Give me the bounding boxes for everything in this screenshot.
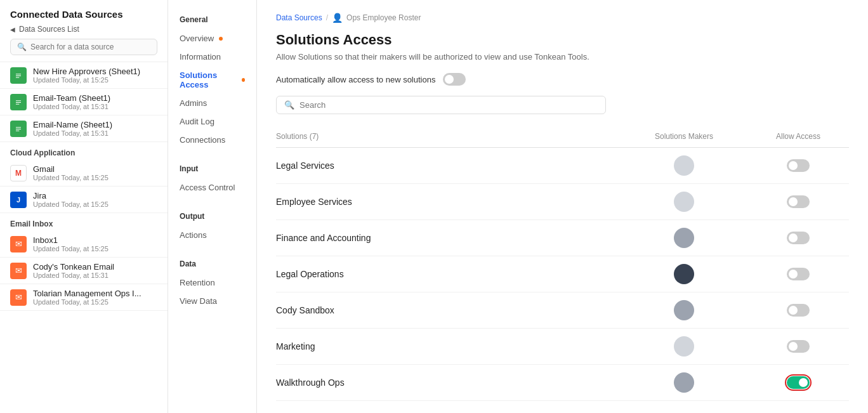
allow-access-toggle[interactable] (787, 376, 810, 389)
item-meta: Updated Today, at 15:31 (33, 272, 114, 279)
item-text: Cody's Tonkean EmailUpdated Today, at 15… (33, 262, 114, 279)
avatar (674, 372, 694, 393)
jira-icon: J (10, 192, 27, 208)
item-meta: Updated Today, at 15:25 (33, 76, 140, 84)
sidebar-section-label: Email Inbox (0, 213, 168, 231)
sidebar-item[interactable]: ✉Cody's Tonkean EmailUpdated Today, at 1… (0, 258, 168, 284)
table-row: Legal Operations (276, 256, 849, 292)
breadcrumb-parent[interactable]: Data Sources (276, 13, 322, 22)
nav-section-title: Input (168, 162, 256, 178)
nav-item-admins[interactable]: Admins (168, 94, 256, 112)
table-row: Legal Services (276, 148, 849, 184)
email-icon: ✉ (10, 263, 27, 279)
toggle-slider (787, 376, 810, 389)
svg-rect-5 (16, 100, 21, 101)
nav-dot (219, 37, 223, 41)
sidebar-item[interactable]: ✉Inbox1Updated Today, at 15:25 (0, 231, 168, 258)
allow-access-toggle[interactable] (787, 232, 810, 244)
sidebar-item[interactable]: JJiraUpdated Today, at 15:25 (0, 187, 168, 213)
nav-item-solutions-access[interactable]: Solutions Access (168, 66, 256, 94)
allow-access-toggle[interactable] (787, 340, 810, 353)
sidebar-item[interactable]: ✉Tolarian Management Ops I...Updated Tod… (0, 284, 168, 311)
nav-item-overview[interactable]: Overview (168, 29, 256, 48)
auto-allow-row: Automatically allow access to new soluti… (276, 73, 849, 86)
item-name: Inbox1 (33, 235, 109, 245)
nav-item-connections[interactable]: Connections (168, 131, 256, 149)
breadcrumb-current: Ops Employee Roster (346, 13, 421, 22)
nav-section: DataRetentionView Data (168, 257, 256, 310)
allow-access-toggle[interactable] (787, 304, 810, 317)
nav-dot (242, 78, 245, 82)
svg-rect-2 (16, 75, 21, 76)
nav-section: GeneralOverviewInformationSolutions Acce… (168, 13, 256, 149)
nav-section-title: Data (168, 257, 256, 273)
item-meta: Updated Today, at 15:25 (33, 174, 109, 181)
table-row: Marketing (276, 329, 849, 365)
svg-rect-6 (16, 102, 21, 103)
svg-rect-10 (16, 129, 21, 129)
email-icon: ✉ (10, 289, 27, 306)
sidebar-item[interactable]: Email-Team (Sheet1)Updated Today, at 15:… (0, 89, 168, 115)
solutions-search-input[interactable] (299, 100, 598, 110)
sidebar-items: New Hire Approvers (Sheet1)Updated Today… (0, 62, 168, 311)
nav-section: InputAccess Control (168, 162, 256, 197)
toggle-slider (787, 340, 810, 353)
back-link[interactable]: Data Sources List (10, 25, 157, 34)
row-avatar-cell (621, 155, 747, 176)
center-nav: GeneralOverviewInformationSolutions Acce… (168, 0, 257, 413)
nav-item-view-data[interactable]: View Data (168, 292, 256, 310)
row-solution-name: Walkthrough Ops (276, 377, 621, 388)
row-toggle-cell (747, 232, 849, 244)
page-title: Solutions Access (276, 32, 849, 48)
allow-access-toggle[interactable] (787, 159, 810, 172)
row-solution-name: Employee Services (276, 197, 621, 207)
table-row: Cody Sandbox (276, 292, 849, 329)
col-access: Allow Access (747, 129, 849, 143)
search-box[interactable]: 🔍 (10, 39, 157, 55)
nav-item-audit-log[interactable]: Audit Log (168, 112, 256, 131)
item-meta: Updated Today, at 15:25 (33, 245, 109, 252)
row-toggle-cell (747, 159, 849, 172)
sidebar-item[interactable]: New Hire Approvers (Sheet1)Updated Today… (0, 62, 168, 89)
sidebar-item[interactable]: MGmailUpdated Today, at 15:25 (0, 160, 168, 187)
nav-item-retention[interactable]: Retention (168, 273, 256, 292)
sidebar-item[interactable]: Email-Name (Sheet1)Updated Today, at 15:… (0, 115, 168, 142)
search-bar-icon: 🔍 (284, 100, 294, 110)
toggle-highlight-box (785, 374, 812, 391)
toggle-slider (787, 232, 810, 244)
row-avatar-cell (621, 264, 747, 284)
item-meta: Updated Today, at 15:31 (33, 129, 112, 137)
nav-item-actions[interactable]: Actions (168, 226, 256, 244)
nav-item-information[interactable]: Information (168, 48, 256, 66)
toggle-slider (443, 73, 466, 86)
svg-rect-9 (16, 127, 21, 128)
toggle-slider (787, 195, 810, 208)
left-sidebar: Connected Data Sources Data Sources List… (0, 0, 168, 413)
row-avatar-cell (621, 372, 747, 393)
row-solution-name: Cody Sandbox (276, 305, 621, 315)
main-content: Data Sources / 👤 Ops Employee Roster Sol… (257, 0, 868, 413)
breadcrumb: Data Sources / 👤 Ops Employee Roster (276, 13, 849, 23)
allow-access-toggle[interactable] (787, 268, 810, 280)
email-icon: ✉ (10, 236, 27, 252)
item-text: Email-Name (Sheet1)Updated Today, at 15:… (33, 120, 112, 137)
search-input[interactable] (30, 43, 150, 51)
item-name: Gmail (33, 164, 109, 174)
avatar (674, 300, 694, 320)
row-avatar-cell (621, 336, 747, 357)
item-meta: Updated Today, at 15:25 (33, 200, 109, 208)
table-header: Solutions (7) Solutions Makers Allow Acc… (276, 126, 849, 148)
sidebar-header: Connected Data Sources Data Sources List… (0, 0, 168, 62)
item-name: Email-Team (Sheet1) (33, 93, 110, 103)
solutions-search-bar[interactable]: 🔍 (276, 96, 606, 114)
avatar (674, 336, 694, 357)
item-name: New Hire Approvers (Sheet1) (33, 67, 140, 76)
auto-allow-toggle[interactable] (443, 73, 466, 86)
allow-access-toggle[interactable] (787, 195, 810, 208)
item-text: New Hire Approvers (Sheet1)Updated Today… (33, 67, 140, 84)
item-text: GmailUpdated Today, at 15:25 (33, 164, 109, 181)
nav-item-access-control[interactable]: Access Control (168, 178, 256, 197)
gmail-icon: M (10, 165, 27, 181)
sheets-icon (10, 94, 27, 110)
item-name: Tolarian Management Ops I... (33, 289, 141, 298)
